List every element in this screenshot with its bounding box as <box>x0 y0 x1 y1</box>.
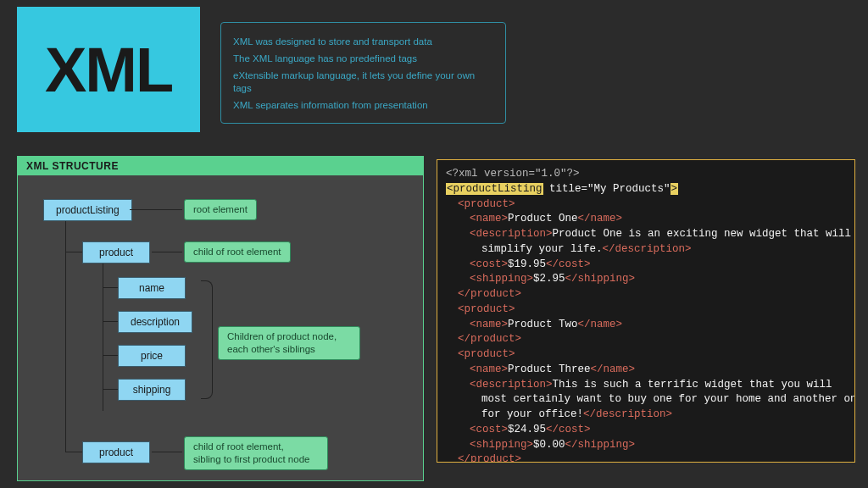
node-price: price <box>118 345 186 367</box>
structure-header: XML STRUCTURE <box>18 157 423 175</box>
code-line: <shipping>$2.95</shipping> <box>446 272 846 287</box>
code-line: </product> <box>446 287 846 302</box>
code-line: <description>Product One is an exciting … <box>446 227 846 242</box>
code-line: <product> <box>446 197 846 213</box>
code-line: <productListing title="My Products"> <box>446 182 846 197</box>
annot-text: child of root element, <box>193 441 284 452</box>
node-name: name <box>118 277 186 299</box>
code-line: simplify your life.</description> <box>446 242 846 258</box>
code-line: <name>Product Three</name> <box>446 363 846 378</box>
node-product: product <box>82 241 150 263</box>
node-shipping: shipping <box>118 379 186 401</box>
structure-tree: productListing root element product chil… <box>18 175 423 479</box>
connector <box>65 452 82 452</box>
annot-text: sibling to first product node <box>193 454 309 464</box>
fact-line: XML separates information from presentat… <box>233 99 493 112</box>
annot-child-of-root: child of root element <box>184 241 291 263</box>
code-line: </product> <box>446 452 846 463</box>
code-line: <cost>$19.95</cost> <box>446 258 846 273</box>
connector <box>65 221 66 452</box>
facts-box: XML was designed to store and transport … <box>220 22 506 124</box>
connector <box>152 452 182 452</box>
connector <box>152 252 182 252</box>
connector <box>103 389 118 390</box>
connector <box>103 287 118 288</box>
annot-sibling-product: child of root element, sibling to first … <box>184 436 328 470</box>
connector <box>103 355 118 356</box>
node-description: description <box>118 311 192 333</box>
code-line: <name>Product One</name> <box>446 212 846 227</box>
code-line: </product> <box>446 332 846 347</box>
connector <box>65 252 82 252</box>
code-line: most certainly want to buy one for your … <box>446 392 846 408</box>
node-root: productListing <box>43 199 132 221</box>
structure-panel: XML STRUCTURE productListing root elemen… <box>17 156 424 481</box>
code-line: for your office!</description> <box>446 408 846 423</box>
connector <box>103 321 118 322</box>
fact-line: The XML language has no predefined tags <box>233 53 493 65</box>
code-line: <product> <box>446 347 846 363</box>
xml-logo: XML <box>17 7 200 132</box>
fact-line: eXtensible markup language, it lets you … <box>233 69 493 95</box>
connector <box>130 209 182 210</box>
code-line: <name>Product Two</name> <box>446 318 846 333</box>
code-line: <product> <box>446 302 846 318</box>
brace-icon <box>201 280 213 399</box>
code-line: <cost>$24.95</cost> <box>446 423 846 438</box>
annot-siblings: Children of product node, each other's s… <box>218 326 360 360</box>
logo-text: XML <box>45 34 172 106</box>
fact-line: XML was designed to store and transport … <box>233 36 493 48</box>
annot-root: root element <box>184 199 257 220</box>
code-line: <?xml version="1.0"?> <box>446 167 846 182</box>
code-line: <description>This is such a terrific wid… <box>446 378 846 393</box>
node-product: product <box>82 441 150 463</box>
code-panel: <?xml version="1.0"?> <productListing ti… <box>437 159 855 463</box>
code-line: <shipping>$0.00</shipping> <box>446 438 846 453</box>
